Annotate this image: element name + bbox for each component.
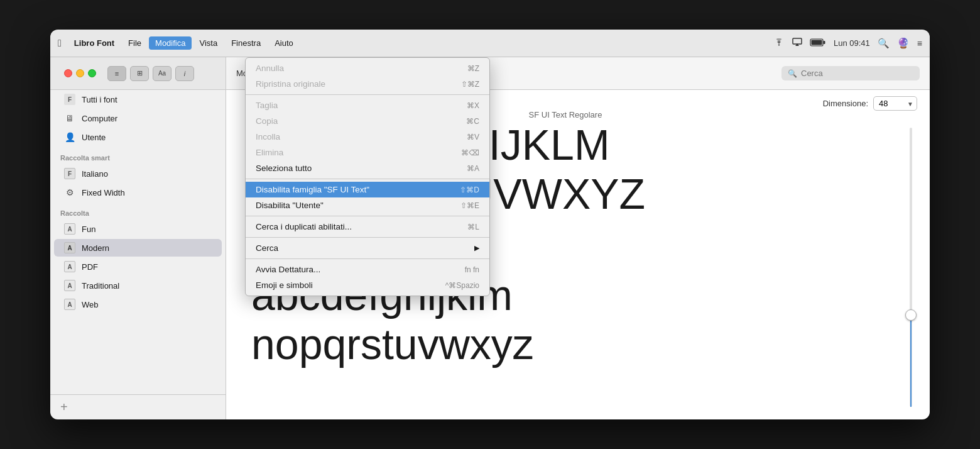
menu-emoji[interactable]: Emoji e simboli ^⌘Spazio	[246, 277, 489, 293]
info-icon: i	[184, 70, 185, 77]
annulla-shortcut: ⌘Z	[467, 64, 479, 73]
seleziona-label: Seleziona tutto	[256, 164, 454, 173]
list-view-button[interactable]: ≡	[107, 66, 126, 81]
copia-label: Copia	[256, 116, 454, 126]
menu-app-name[interactable]: Libro Font	[68, 36, 121, 50]
sidebar-item-modern[interactable]: A Modern	[54, 239, 222, 257]
preview-button[interactable]: Aa	[153, 66, 172, 81]
sidebar-item-fun[interactable]: A Fun	[54, 220, 222, 238]
sidebar-item-pdf[interactable]: A PDF	[54, 258, 222, 275]
disabilita-utente-shortcut: ⇧⌘E	[460, 201, 479, 210]
menu-taglia[interactable]: Taglia ⌘X	[246, 97, 489, 113]
disabilita-famiglia-shortcut: ⇧⌘D	[460, 186, 479, 194]
sidebar-item-web[interactable]: A Web	[54, 296, 222, 313]
menu-modifica[interactable]: Modifica	[149, 36, 192, 50]
slider-track	[910, 128, 912, 407]
menu-finestra[interactable]: Finestra	[225, 36, 267, 50]
aa-icon: Aa	[158, 70, 166, 77]
sidebar-item-traditional[interactable]: A Traditional	[54, 277, 222, 294]
mac-window:  Libro Font File Modifica Vista Finestr…	[50, 30, 930, 419]
menu-bar-left:  Libro Font File Modifica Vista Finestr…	[58, 36, 300, 50]
svg-rect-3	[811, 40, 822, 45]
close-button[interactable]	[64, 69, 72, 77]
taglia-shortcut: ⌘X	[467, 101, 479, 110]
sidebar-item-fixedwidth[interactable]: ⚙ Fixed Width	[54, 184, 222, 201]
sidebar-label-fixedwidth: Fixed Width	[82, 188, 125, 197]
menu-disabilita-utente[interactable]: Disabilita "Utente" ⇧⌘E	[246, 197, 489, 213]
emoji-shortcut: ^⌘Spazio	[445, 281, 479, 290]
sidebar-item-computer[interactable]: 🖥 Computer	[54, 109, 222, 127]
sidebar-label-italiano: Italiano	[82, 169, 108, 179]
sidebar-label-pdf: PDF	[82, 262, 98, 272]
sidebar-label-modern: Modern	[82, 243, 109, 253]
menu-seleziona-tutto[interactable]: Seleziona tutto ⌘A	[246, 160, 489, 176]
fullscreen-button[interactable]	[88, 69, 96, 77]
elimina-label: Elimina	[256, 148, 449, 157]
menu-bar-right: Lun 09:41 🔍 🔮 ≡	[773, 37, 922, 49]
minimize-button[interactable]	[76, 69, 84, 77]
size-slider[interactable]	[905, 128, 917, 407]
separator-2	[246, 179, 489, 179]
wifi-icon	[773, 38, 785, 48]
menu-ripristina[interactable]: Ripristina originale ⇧⌘Z	[246, 76, 489, 92]
dettatura-label: Avvia Dettatura...	[256, 265, 452, 274]
disabilita-utente-label: Disabilita "Utente"	[256, 201, 448, 210]
siri-icon[interactable]: 🔮	[897, 37, 910, 49]
apple-logo-icon: 	[58, 38, 62, 49]
smart-section-label: Raccolta smart	[50, 147, 226, 164]
copia-shortcut: ⌘C	[466, 117, 479, 126]
separator-4	[246, 237, 489, 238]
size-select-wrapper: 48 24 36 60 72 ▼	[873, 96, 917, 111]
time-display: Lun 09:41	[834, 38, 870, 48]
sidebar-label-fun: Fun	[82, 224, 95, 234]
grid-view-icon: ⊞	[137, 69, 143, 77]
search-icon: 🔍	[788, 69, 797, 78]
sidebar-item-utente[interactable]: 👤 Utente	[54, 128, 222, 146]
slider-fill	[910, 309, 912, 407]
sidebar-label-tutti: Tutti i font	[82, 95, 117, 104]
sidebar-item-italiano[interactable]: F Italiano	[54, 165, 222, 182]
menu-annulla[interactable]: Annulla ⌘Z	[246, 60, 489, 76]
menu-vista[interactable]: Vista	[193, 36, 224, 50]
fun-icon: A	[64, 223, 75, 235]
menu-file[interactable]: File	[122, 36, 148, 50]
disabilita-famiglia-label: Disabilita famiglia "SF UI Text"	[256, 185, 447, 194]
search-bar[interactable]: 🔍	[781, 66, 920, 80]
menu-aiuto[interactable]: Aiuto	[268, 36, 300, 50]
menu-disabilita-famiglia[interactable]: Disabilita famiglia "SF UI Text" ⇧⌘D	[246, 182, 489, 197]
sidebar-item-tutti[interactable]: F Tutti i font	[54, 91, 222, 108]
svg-rect-2	[823, 41, 825, 44]
size-select[interactable]: 48 24 36 60 72	[873, 96, 917, 111]
seleziona-shortcut: ⌘A	[467, 164, 479, 173]
computer-icon: 🖥	[64, 113, 75, 124]
slider-thumb[interactable]	[905, 309, 917, 321]
search-input[interactable]	[801, 69, 913, 78]
sidebar-label-utente: Utente	[82, 133, 106, 142]
menu-incolla[interactable]: Incolla ⌘V	[246, 129, 489, 145]
sidebar-label-computer: Computer	[82, 114, 117, 123]
taglia-label: Taglia	[256, 101, 454, 110]
annulla-label: Annulla	[256, 64, 455, 73]
menu-avvia-dettatura[interactable]: Avvia Dettatura... fn fn	[246, 262, 489, 277]
search-icon[interactable]: 🔍	[878, 38, 890, 49]
sidebar-label-traditional: Traditional	[82, 281, 119, 291]
add-collection-button[interactable]: +	[60, 400, 68, 414]
window-header: ≡ ⊞ Aa i	[50, 57, 226, 90]
font-name-label: SF UI Text Regolare	[529, 110, 602, 119]
menu-bar:  Libro Font File Modifica Vista Finestr…	[50, 30, 930, 57]
menu-cerca[interactable]: Cerca ▶	[246, 240, 489, 256]
menu-cerca-duplicati[interactable]: Cerca i duplicati abilitati... ⌘L	[246, 219, 489, 235]
size-label: Dimensione:	[823, 99, 868, 108]
utente-icon: 👤	[64, 131, 75, 143]
tutti-icon: F	[64, 94, 75, 105]
menu-elimina[interactable]: Elimina ⌘⌫	[246, 145, 489, 160]
italiano-icon: F	[64, 168, 75, 179]
cerca-dup-label: Cerca i duplicati abilitati...	[256, 222, 455, 231]
traffic-lights	[57, 64, 104, 82]
grid-view-button[interactable]: ⊞	[130, 66, 149, 81]
info-button[interactable]: i	[175, 66, 194, 81]
list-icon[interactable]: ≡	[917, 38, 922, 48]
cerca-dup-shortcut: ⌘L	[467, 223, 479, 231]
menu-copia[interactable]: Copia ⌘C	[246, 113, 489, 129]
sidebar-footer: +	[50, 394, 226, 419]
